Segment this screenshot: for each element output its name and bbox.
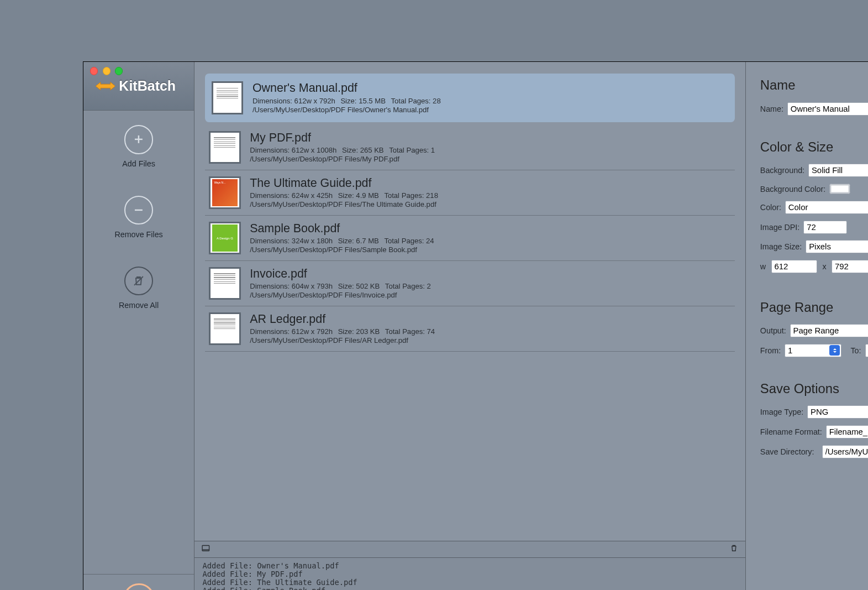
file-thumbnail — [209, 131, 240, 164]
app-name: KitBatch — [119, 78, 176, 94]
remove-files-button[interactable]: Remove Files — [83, 196, 194, 239]
close-window-button[interactable] — [90, 67, 98, 75]
width-input[interactable] — [771, 260, 817, 273]
file-row[interactable]: Ways N…The Ultimate Guide.pdfDimensions:… — [205, 170, 734, 216]
file-list[interactable]: Owner's Manual.pdfDimensions: 612w x 792… — [194, 62, 745, 541]
file-name: AR Ledger.pdf — [250, 312, 730, 326]
fnformat-label: Filename Format: — [760, 427, 822, 436]
section-name-title: Name — [760, 77, 868, 93]
remove-files-label: Remove Files — [83, 230, 194, 239]
name-input[interactable] — [787, 102, 868, 116]
imgsize-label: Image Size: — [760, 242, 802, 251]
sidebar: KitBatch Add Files Remove Files Remove A… — [83, 62, 194, 590]
file-meta: Dimensions: 324w x 180hSize: 6.7 MBTotal… — [250, 237, 730, 245]
dpi-input[interactable] — [803, 221, 847, 234]
file-thumbnail — [209, 267, 240, 300]
file-path: /Users/MyUser/Desktop/PDF Files/Owner's … — [252, 106, 728, 114]
file-meta: Dimensions: 612w x 792hSize: 15.5 MBTota… — [252, 97, 728, 105]
maximize-window-button[interactable] — [115, 67, 123, 75]
clear-log-icon[interactable] — [729, 544, 739, 556]
from-stepper[interactable] — [785, 344, 841, 357]
add-files-label: Add Files — [83, 159, 194, 168]
section-range-title: Page Range — [760, 300, 868, 315]
main-panel: Owner's Manual.pdfDimensions: 612w x 792… — [194, 62, 746, 590]
add-files-button[interactable]: Add Files — [83, 125, 194, 168]
file-path: /Users/MyUser/Desktop/PDF Files/AR Ledge… — [250, 336, 730, 344]
remove-all-label: Remove All — [83, 301, 194, 310]
file-thumbnail: A Design G — [209, 222, 240, 255]
bgcolor-label: Background Color: — [760, 185, 825, 194]
file-meta: Dimensions: 612w x 792hSize: 203 KBTotal… — [250, 327, 730, 336]
file-row[interactable]: My PDF.pdfDimensions: 612w x 1008hSize: … — [205, 125, 734, 170]
imgtype-label: Image Type: — [760, 408, 803, 416]
height-input[interactable] — [832, 260, 868, 273]
imgtype-select[interactable]: PNG — [807, 405, 868, 419]
file-path: /Users/MyUser/Desktop/PDF Files/My PDF.p… — [250, 155, 730, 163]
color-label: Color: — [760, 203, 781, 212]
file-row[interactable]: Owner's Manual.pdfDimensions: 612w x 792… — [205, 74, 734, 122]
play-icon — [123, 583, 155, 590]
file-row[interactable]: Invoice.pdfDimensions: 604w x 793hSize: … — [205, 261, 734, 306]
color-select[interactable]: Color — [785, 201, 868, 214]
fnformat-select[interactable]: Filename_Page_1 — [826, 425, 868, 438]
file-path: /Users/MyUser/Desktop/PDF Files/The Ulti… — [250, 200, 730, 208]
savedir-input[interactable] — [822, 445, 868, 458]
background-label: Background: — [760, 166, 804, 175]
dpi-label: Image DPI: — [760, 223, 799, 232]
to-stepper[interactable] — [865, 344, 868, 357]
log-toolbar — [194, 541, 745, 558]
file-thumbnail — [212, 81, 243, 114]
bgcolor-swatch[interactable] — [829, 184, 850, 194]
svg-marker-0 — [96, 82, 115, 90]
file-name: Invoice.pdf — [250, 267, 730, 281]
output-select[interactable]: Page Range — [790, 324, 868, 337]
inspector-panel: Name Name: Color & Size Background: Soli… — [746, 62, 868, 590]
minus-icon — [124, 196, 153, 224]
output-label: Output: — [760, 326, 786, 335]
log-output[interactable]: Added File: Owner's Manual.pdf Added Fil… — [194, 558, 745, 590]
file-row[interactable]: AR Ledger.pdfDimensions: 612w x 792hSize… — [205, 306, 734, 352]
file-name: Owner's Manual.pdf — [252, 81, 728, 95]
name-label: Name: — [760, 105, 783, 113]
background-select[interactable]: Solid Fill — [808, 164, 868, 177]
file-thumbnail — [209, 312, 240, 346]
to-label: To: — [850, 346, 861, 355]
start-batch-button[interactable]: Start Batch — [83, 583, 194, 590]
file-meta: Dimensions: 624w x 425hSize: 4.9 MBTotal… — [250, 191, 730, 200]
file-meta: Dimensions: 604w x 793hSize: 502 KBTotal… — [250, 282, 730, 290]
file-path: /Users/MyUser/Desktop/PDF Files/Sample B… — [250, 246, 730, 254]
console-icon[interactable] — [201, 544, 211, 556]
imgsize-select[interactable]: Pixels — [806, 240, 868, 253]
file-row[interactable]: A Design GSample Book.pdfDimensions: 324… — [205, 216, 734, 261]
plus-icon — [124, 125, 153, 154]
file-name: Sample Book.pdf — [250, 222, 730, 236]
file-meta: Dimensions: 612w x 1008hSize: 265 KBTota… — [250, 146, 730, 154]
window-controls — [90, 67, 123, 75]
file-path: /Users/MyUser/Desktop/PDF Files/Invoice.… — [250, 291, 730, 299]
trash-slash-icon — [124, 267, 153, 295]
file-thumbnail: Ways N… — [209, 176, 240, 210]
from-label: From: — [760, 346, 781, 355]
x-separator: x — [823, 262, 827, 271]
savedir-label: Save Directory: — [760, 447, 814, 456]
app-logo-icon — [96, 80, 115, 92]
minimize-window-button[interactable] — [103, 67, 111, 75]
file-name: My PDF.pdf — [250, 131, 730, 145]
section-save-title: Save Options — [760, 381, 868, 396]
width-label: w — [760, 262, 766, 271]
section-color-title: Color & Size — [760, 139, 868, 155]
remove-all-button[interactable]: Remove All — [83, 267, 194, 310]
file-name: The Ultimate Guide.pdf — [250, 176, 730, 190]
